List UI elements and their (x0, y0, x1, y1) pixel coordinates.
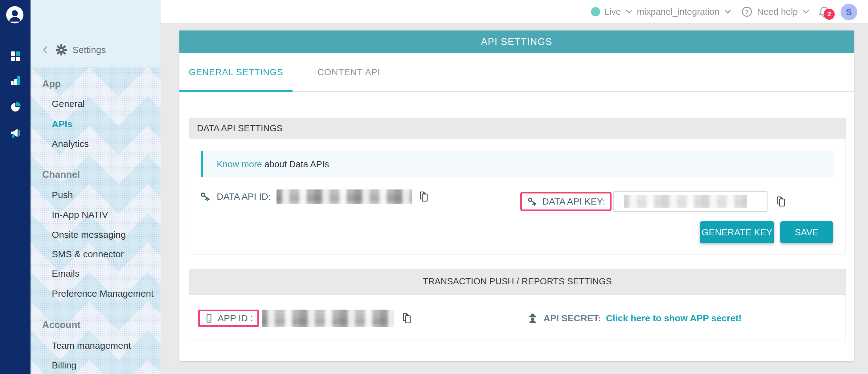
show-app-secret-link[interactable]: Click here to show APP secret! (606, 313, 742, 324)
dashboard-grid-icon[interactable] (9, 50, 22, 62)
analytics-bars-icon[interactable] (9, 74, 22, 87)
sidebar-section-app: App (42, 77, 61, 91)
project-dropdown[interactable]: mixpanel_integration (637, 0, 732, 24)
data-api-key-input[interactable] (613, 191, 768, 212)
tab-content-api[interactable]: CONTENT API (312, 53, 386, 91)
sidebar-item-billing[interactable]: Billing (52, 359, 76, 372)
need-help-label: Need help (757, 7, 798, 17)
api-secret-row: API SECRET: Click here to show APP secre… (527, 306, 742, 331)
key-icon (199, 191, 211, 202)
button-row: GENERATE KEY SAVE (700, 221, 833, 243)
chevron-down-icon (625, 8, 633, 16)
app-id-highlight-box: APP ID : (198, 310, 259, 327)
sidebar-title: Settings (72, 45, 106, 55)
sidebar-item-emails[interactable]: Emails (52, 267, 80, 280)
sidebar-section-account: Account (42, 318, 81, 332)
live-status-dot (591, 7, 600, 16)
data-api-settings-header: DATA API SETTINGS (189, 118, 845, 139)
sidebar-item-apis[interactable]: APIs (52, 117, 72, 131)
campaigns-megaphone-icon[interactable] (9, 127, 22, 139)
data-api-key-label: DATA API KEY: (542, 196, 605, 207)
api-secret-label: API SECRET: (544, 313, 601, 324)
copy-icon[interactable] (775, 195, 787, 208)
chevron-down-icon (802, 8, 810, 16)
sidebar-item-preference-management[interactable]: Preference Management (52, 287, 154, 300)
know-more-text: about Data APIs (262, 159, 329, 169)
clevertap-logo-icon[interactable] (6, 6, 24, 24)
sidebar-divider (31, 159, 161, 159)
sidebar-item-team-management[interactable]: Team management (52, 339, 131, 352)
data-api-key-highlight-box: DATA API KEY: (520, 192, 612, 211)
data-api-id-row: DATA API ID: (199, 186, 430, 207)
data-api-key-value-redacted (624, 195, 747, 208)
generate-key-button[interactable]: GENERATE KEY (700, 221, 774, 243)
key-icon (527, 196, 538, 207)
sidebar-menu: App General APIs Analytics Channel Push … (31, 67, 161, 374)
sidebar-section-channel: Channel (42, 168, 80, 181)
sidebar-item-push[interactable]: Push (52, 188, 73, 202)
svg-text:?: ? (745, 9, 749, 15)
topbar: Live mixpanel_integration ? Need help 2 … (161, 0, 868, 24)
sidebar-item-general[interactable]: General (52, 97, 85, 111)
data-api-key-row: DATA API KEY: (520, 191, 787, 212)
transaction-push-section: TRANSACTION PUSH / REPORTS SETTINGS APP … (189, 269, 846, 340)
settings-sidebar: Settings App General APIs Analytics Chan… (31, 0, 161, 374)
sidebar-divider (31, 309, 161, 309)
save-button[interactable]: SAVE (780, 221, 833, 243)
back-chevron-icon[interactable] (41, 45, 50, 55)
phone-icon (204, 313, 214, 323)
sidebar-item-analytics[interactable]: Analytics (52, 137, 89, 151)
environment-dropdown[interactable]: Live (591, 0, 633, 24)
project-name: mixpanel_integration (637, 7, 719, 17)
notifications-bell[interactable]: 2 (817, 0, 839, 24)
copy-icon[interactable] (401, 312, 413, 325)
need-help-dropdown[interactable]: ? Need help (741, 0, 810, 24)
help-question-icon: ? (741, 6, 753, 18)
notification-badge: 2 (824, 9, 835, 20)
page-title: API SETTINGS (179, 31, 854, 53)
copy-icon[interactable] (418, 191, 430, 203)
avatar[interactable]: S (841, 4, 857, 20)
sidebar-item-inapp-nativ[interactable]: In-App NATIV (52, 208, 108, 222)
chevron-down-icon (724, 8, 732, 16)
data-api-id-value-redacted (277, 190, 412, 204)
gear-icon (56, 44, 67, 56)
sidebar-header: Settings (31, 0, 161, 67)
main-content-area: API SETTINGS GENERAL SETTINGS CONTENT AP… (161, 24, 868, 374)
app-id-label: APP ID : (218, 313, 253, 324)
know-more-link[interactable]: Know more (217, 159, 262, 169)
transaction-push-header: TRANSACTION PUSH / REPORTS SETTINGS (189, 269, 845, 295)
app-id-row: APP ID : (198, 306, 413, 331)
sidebar-item-sms-connector[interactable]: SMS & connector (52, 247, 124, 261)
environment-label: Live (604, 7, 621, 17)
tab-general-settings[interactable]: GENERAL SETTINGS (179, 53, 292, 91)
segments-pie-icon[interactable] (9, 101, 22, 113)
sidebar-item-onsite-messaging[interactable]: Onsite messaging (52, 228, 126, 241)
spy-icon (527, 312, 538, 324)
tab-bar: GENERAL SETTINGS CONTENT API (179, 53, 854, 92)
api-settings-card: API SETTINGS GENERAL SETTINGS CONTENT AP… (179, 31, 854, 361)
know-more-banner: Know more about Data APIs (201, 151, 834, 177)
data-api-settings-section: DATA API SETTINGS Know more about Data A… (189, 118, 846, 254)
nav-rail (0, 0, 31, 374)
app-id-value-redacted (262, 310, 394, 327)
data-api-id-label: DATA API ID: (217, 191, 271, 202)
